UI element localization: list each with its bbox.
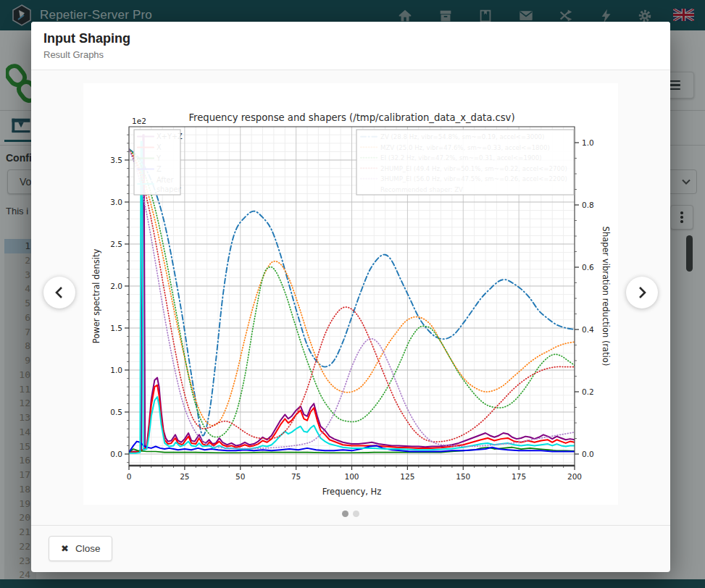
svg-text:Frequency response and shapers: Frequency response and shapers (/tmp/cal… (188, 112, 514, 123)
svg-text:0.0: 0.0 (582, 450, 594, 458)
svg-text:1.0: 1.0 (582, 138, 594, 147)
svg-text:2.0: 2.0 (110, 282, 122, 290)
svg-text:3.5: 3.5 (110, 156, 122, 164)
chevron-left-icon (53, 285, 66, 301)
svg-text:0.6: 0.6 (582, 263, 594, 272)
svg-text:25: 25 (180, 472, 189, 481)
svg-text:0: 0 (127, 472, 132, 481)
svg-text:125: 125 (400, 472, 414, 481)
chevron-right-icon (635, 285, 648, 301)
svg-text:3.0: 3.0 (110, 198, 122, 206)
carousel-dots (31, 511, 670, 517)
modal-header: Input Shaping Result Graphs (31, 22, 670, 70)
modal-subtitle: Result Graphs (43, 49, 670, 60)
svg-text:0.2: 0.2 (582, 387, 594, 396)
svg-text:50: 50 (235, 472, 245, 481)
svg-text:1.5: 1.5 (110, 324, 122, 332)
svg-text:0.0: 0.0 (110, 450, 122, 458)
close-button-label: Close (75, 543, 101, 554)
svg-text:100: 100 (344, 472, 359, 481)
carousel-prev-button[interactable] (43, 277, 75, 308)
legend-box (356, 130, 574, 195)
svg-text:Shaper vibration reduction (ra: Shaper vibration reduction (ratio) (601, 227, 611, 366)
svg-text:175: 175 (512, 472, 526, 481)
close-button[interactable]: ✖ Close (49, 536, 112, 561)
svg-text:0.4: 0.4 (582, 325, 594, 334)
carousel-dot[interactable] (353, 511, 359, 517)
screen: Repetier-Server Pro (0, 0, 705, 588)
carousel-next-button[interactable] (626, 277, 658, 308)
legend-box (134, 130, 180, 195)
svg-text:0.8: 0.8 (582, 201, 594, 209)
input-shaping-modal: Input Shaping Result Graphs Axis: X Crea… (31, 22, 670, 572)
svg-text:75: 75 (291, 472, 301, 481)
svg-text:150: 150 (456, 472, 470, 481)
svg-text:0.5: 0.5 (110, 408, 122, 416)
carousel-dot[interactable] (342, 511, 349, 517)
result-graph-svg: 02550751001251501752000.00.51.01.52.02.5… (83, 83, 618, 505)
svg-text:2.5: 2.5 (110, 240, 122, 248)
result-graph-card: 02550751001251501752000.00.51.01.52.02.5… (83, 83, 618, 505)
svg-text:1e2: 1e2 (132, 117, 146, 125)
svg-text:Power spectral density: Power spectral density (91, 249, 101, 344)
svg-text:1.0: 1.0 (110, 366, 122, 374)
svg-text:200: 200 (567, 472, 582, 481)
close-icon: ✖ (61, 543, 69, 554)
modal-title: Input Shaping (43, 31, 670, 46)
svg-text:Frequency, Hz: Frequency, Hz (322, 487, 381, 497)
modal-footer: ✖ Close (31, 525, 670, 572)
